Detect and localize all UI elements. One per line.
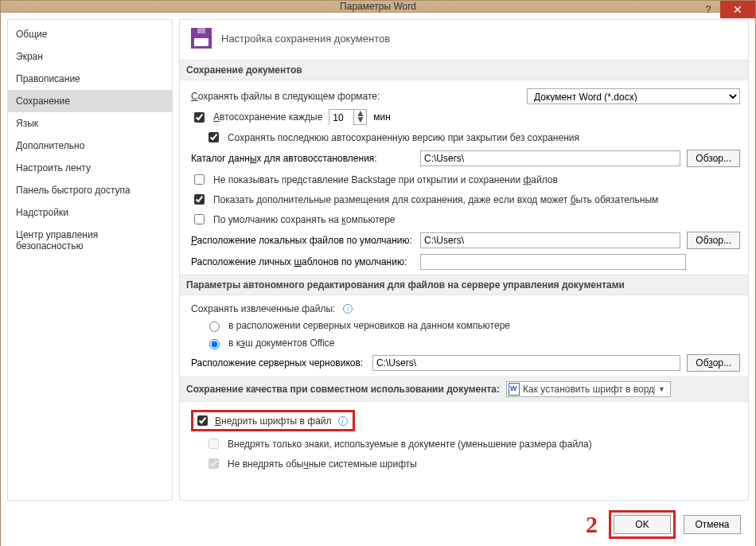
cancel-button[interactable]: Отмена xyxy=(684,515,741,534)
personal-templates-label: Расположение личных шаблонов по умолчани… xyxy=(191,256,414,267)
office-cache-radio[interactable] xyxy=(209,339,220,349)
embed-subset-label: Внедрять только знаки, используемые в до… xyxy=(228,439,592,450)
page-header: Настройка сохранения документов xyxy=(221,33,390,45)
server-drafts-path-input[interactable] xyxy=(372,355,680,371)
close-button[interactable]: ✕ xyxy=(720,1,755,18)
embed-fonts-checkbox[interactable] xyxy=(197,415,208,426)
help-button[interactable]: ? xyxy=(696,1,720,18)
autosave-checkbox[interactable] xyxy=(194,112,205,123)
keep-last-autosaved-checkbox[interactable] xyxy=(208,132,219,142)
sidebar-item-save[interactable]: Сохранение xyxy=(8,90,172,112)
fidelity-document-select[interactable]: Как установить шрифт в ворд ▼ xyxy=(506,381,671,397)
server-drafts-radio-label: в расположении серверных черновиков на д… xyxy=(228,320,510,331)
save-to-computer-label: По умолчанию сохранять на компьютере xyxy=(213,214,396,225)
autorecover-browse-button[interactable]: Обзор... xyxy=(687,150,740,167)
server-drafts-path-label: Расположение серверных черновиков: xyxy=(191,357,366,369)
office-cache-radio-label: в кэш документов Office xyxy=(228,337,335,349)
local-files-path-input[interactable] xyxy=(420,232,680,248)
server-drafts-radio[interactable] xyxy=(209,322,220,332)
local-files-browse-button[interactable]: Обзор... xyxy=(687,232,740,249)
dialog-footer: 2 OK Отмена xyxy=(7,507,749,542)
sidebar-item-language[interactable]: Язык xyxy=(8,112,172,135)
local-files-path-label: Расположение локальных файлов по умолчан… xyxy=(191,235,414,246)
ok-button[interactable]: OK xyxy=(614,515,671,534)
section-fidelity: Сохранение качества при совместном испол… xyxy=(180,376,748,402)
sidebar-item-display[interactable]: Экран xyxy=(8,45,172,68)
no-backstage-checkbox[interactable] xyxy=(194,174,205,185)
section-save-documents: Сохранение документов xyxy=(180,60,748,80)
autosave-interval-input[interactable] xyxy=(329,110,353,126)
no-backstage-label: Не показывать представление Backstage пр… xyxy=(213,174,558,185)
annotation-box-2: OK xyxy=(609,510,676,539)
word-doc-icon xyxy=(509,383,520,396)
autosave-unit: мин xyxy=(373,111,391,123)
server-drafts-browse-button[interactable]: Обзор... xyxy=(687,354,740,372)
autorecover-path-input[interactable] xyxy=(420,150,680,166)
info-icon[interactable]: i xyxy=(343,304,353,314)
category-sidebar: Общие Экран Правописание Сохранение Язык… xyxy=(7,19,173,501)
sidebar-item-trust[interactable]: Центр управления безопасностью xyxy=(8,224,172,257)
info-icon[interactable]: i xyxy=(338,416,348,426)
annotation-1: 1 xyxy=(180,405,181,432)
save-icon xyxy=(191,28,212,49)
sidebar-item-qat[interactable]: Панель быстрого доступа xyxy=(8,179,172,201)
show-places-checkbox[interactable] xyxy=(194,194,205,205)
sidebar-item-ribbon[interactable]: Настроить ленту xyxy=(8,157,172,179)
autosave-label: Автосохранение каждые xyxy=(213,111,322,123)
section-offline: Параметры автономного редактирования для… xyxy=(180,275,748,295)
annotation-box-1: Внедрить шрифты в файлi xyxy=(191,410,355,431)
skip-system-fonts-label: Не внедрять обычные системные шрифты xyxy=(228,458,417,470)
sidebar-item-proofing[interactable]: Правописание xyxy=(8,68,172,90)
annotation-2: 2 xyxy=(586,511,598,538)
main-panel: Настройка сохранения документов Сохранен… xyxy=(179,19,749,501)
save-to-computer-checkbox[interactable] xyxy=(194,214,205,224)
sidebar-item-advanced[interactable]: Дополнительно xyxy=(8,135,172,157)
save-format-select[interactable]: Документ Word (*.docx) xyxy=(527,88,740,104)
sidebar-item-general[interactable]: Общие xyxy=(8,23,172,45)
titlebar: Параметры Word ? ✕ xyxy=(1,1,755,13)
save-format-label: Сохранять файлы в следующем формате: xyxy=(191,91,380,102)
autorecover-path-label: Каталог данных для автовосстановления: xyxy=(191,153,414,164)
save-checked-out-label: Сохранять извлеченные файлы: xyxy=(191,303,335,314)
sidebar-item-addins[interactable]: Надстройки xyxy=(8,201,172,224)
keep-last-autosaved-label: Сохранять последнюю автосохраненную верс… xyxy=(228,132,579,143)
skip-system-fonts-checkbox xyxy=(208,458,219,469)
embed-fonts-label: Внедрить шрифты в файл xyxy=(215,415,332,427)
window-title: Параметры Word xyxy=(1,1,755,12)
show-places-label: Показать дополнительные размещения для с… xyxy=(213,194,658,205)
personal-templates-input[interactable] xyxy=(420,254,686,270)
autosave-interval-spinner[interactable]: ▲▼ xyxy=(329,109,367,125)
embed-subset-checkbox xyxy=(208,439,219,449)
